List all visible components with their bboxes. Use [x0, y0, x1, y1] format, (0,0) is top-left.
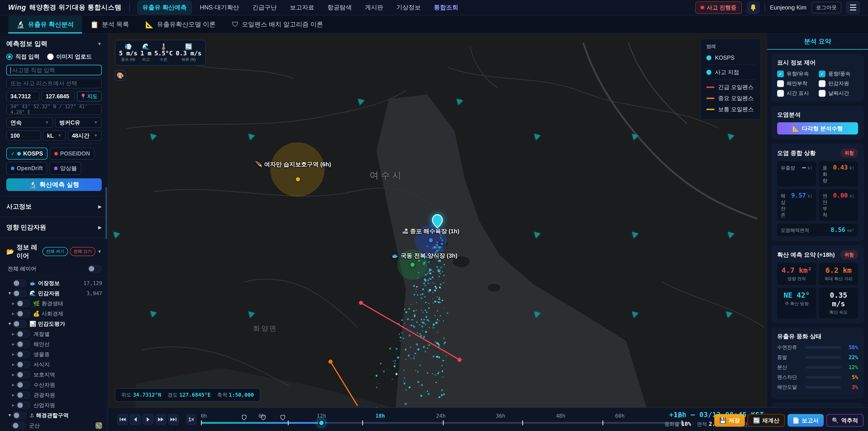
layer-toggle[interactable] [16, 300, 30, 307]
model-chip-앙상블[interactable]: 앙상블 [50, 162, 81, 175]
저장-button[interactable]: 💾저장 [714, 414, 745, 427]
all-layers-off-button[interactable]: 전체 끄기 [70, 247, 95, 256]
checkbox-checked-icon[interactable]: ✓ [777, 70, 784, 77]
section-impact-resources[interactable]: 영향 민감자원▶ [0, 217, 108, 238]
display-check-날짜시간[interactable]: 날짜시간 [819, 90, 858, 97]
incident-name-input[interactable]: 사고명 직접 입력 [6, 65, 102, 75]
layer-toggle[interactable] [12, 422, 26, 429]
all-layers-on-button[interactable]: 전체 켜기 [42, 247, 68, 256]
oil-type-select[interactable]: 벙커C유▼ [55, 117, 102, 128]
expand-caret-icon[interactable]: ▶ [10, 363, 16, 367]
duration-select[interactable]: 48시간▼ [68, 130, 102, 141]
보고서-button[interactable]: 📄보고서 [787, 414, 824, 427]
expand-caret-icon[interactable]: ▶ [10, 342, 16, 346]
역추적-button[interactable]: 🔍역추적 [827, 414, 864, 427]
sub-tab-분석 목록[interactable]: 📋분석 목록 [82, 16, 137, 33]
amount-input[interactable]: 100 [6, 130, 41, 141]
layer-toggle[interactable] [16, 351, 30, 358]
sub-tab-유출유 확산분석[interactable]: 🔬유출유 확산분석 [8, 16, 82, 33]
layer-toggle[interactable] [16, 392, 30, 399]
layer-toggle[interactable] [16, 381, 30, 389]
incident-point-marker[interactable] [432, 214, 443, 228]
expand-caret-icon[interactable]: ▶ [10, 403, 16, 407]
layer-toggle[interactable] [13, 280, 27, 287]
logout-button[interactable]: 로그아웃 [811, 2, 841, 13]
layer-toggle[interactable] [13, 320, 27, 328]
checkbox-icon[interactable] [819, 90, 826, 97]
layer-toggle[interactable] [16, 361, 30, 368]
run-prediction-button[interactable]: 🔬 확산예측 실행 [6, 178, 102, 191]
master-layer-toggle[interactable] [88, 265, 102, 272]
layer-toggle[interactable] [16, 310, 30, 317]
incident-list-select[interactable]: 또는 사고 리스트에서 선택 [6, 78, 102, 88]
layer-toggle[interactable] [16, 371, 30, 378]
timeline-label-60h[interactable]: 60h [615, 413, 625, 419]
checkbox-icon[interactable] [819, 80, 826, 87]
collapse-caret-icon[interactable]: ▼ [7, 291, 13, 296]
expand-caret-icon[interactable]: ▶ [10, 383, 16, 387]
layer-style-icon[interactable] [95, 422, 102, 429]
prediction-input-header[interactable]: 예측정보 입력 ▼ [6, 39, 102, 49]
radio-direct-input[interactable]: 직접 입력 [6, 53, 39, 60]
collapse-caret-icon[interactable]: ▼ [7, 321, 13, 326]
layer-toggle[interactable] [16, 341, 30, 348]
layer-toggle[interactable] [16, 402, 30, 409]
layer-toggle[interactable] [13, 290, 27, 297]
timeline-track[interactable]: 0h6h12h18h24h36h48h60h72h [201, 422, 682, 424]
speed-button[interactable]: 1× [186, 414, 196, 425]
nav-item-기상정보[interactable]: 기상정보 [391, 1, 426, 14]
map-canvas[interactable]: 🪶여자만 습지보호구역 (6h)🏖종포 해수욕장 (1h)🐟국동 전복 양식장 … [108, 33, 767, 407]
collapse-caret-icon[interactable]: ▼ [7, 413, 13, 418]
map-style-button[interactable]: 🎨 [115, 70, 126, 81]
timeline-label-48h[interactable]: 48h [556, 413, 565, 419]
timeline-label-24h[interactable]: 24h [436, 413, 445, 419]
radio-image-upload[interactable]: 이미지 업로드 [47, 53, 92, 60]
checkbox-icon[interactable] [777, 90, 784, 97]
display-check-풍향/풍속[interactable]: ✓풍향/풍속 [819, 70, 858, 77]
layer-toggle[interactable] [16, 331, 30, 338]
expand-caret-icon[interactable]: ▶ [10, 312, 16, 316]
재계산-button[interactable]: 🔄재계산 [747, 414, 784, 427]
polygon-analysis-button[interactable]: 📐 다각형 분석수행 [777, 122, 858, 134]
timeline-label-12h[interactable]: 12h [317, 413, 326, 419]
nav-item-게시판[interactable]: 게시판 [360, 1, 388, 14]
section-incident-info[interactable]: 사고정보▶ [0, 196, 108, 217]
skip-start-button[interactable] [117, 414, 128, 425]
sidebar-scrollbar[interactable] [106, 33, 107, 431]
notifications-button[interactable] [747, 1, 760, 14]
map-pick-button[interactable]: 지도 [77, 91, 102, 101]
expand-caret-icon[interactable]: ▶ [10, 352, 16, 357]
display-check-시간 표시[interactable]: 시간 표시 [777, 90, 816, 97]
sub-tab-유출유확산모델 이론[interactable]: 📐유출유확산모델 이론 [137, 16, 223, 33]
nav-item-항공탐색[interactable]: 항공탐색 [322, 1, 357, 14]
expand-caret-icon[interactable]: ▶ [10, 393, 16, 397]
incident-active-badge[interactable]: 사고 진행중 [695, 1, 742, 14]
model-chip-OpenDrift[interactable]: OpenDrift [6, 162, 47, 175]
unit-select[interactable]: kL▼ [43, 130, 66, 141]
nav-item-통합조회[interactable]: 통합조회 [429, 1, 463, 14]
step-back-button[interactable] [130, 414, 141, 425]
nav-item-HNS·대기확산[interactable]: HNS·대기확산 [195, 1, 244, 14]
nav-item-유출유 확산예측[interactable]: 유출유 확산예측 [137, 1, 192, 14]
layer-toggle[interactable] [13, 412, 27, 419]
menu-button[interactable] [846, 1, 860, 14]
timeline-label-18h[interactable]: 18h [375, 413, 385, 419]
checkbox-checked-icon[interactable]: ✓ [819, 70, 826, 77]
display-check-유향/유속[interactable]: ✓유향/유속 [777, 70, 816, 77]
display-check-민감자원[interactable]: 민감자원 [819, 80, 858, 87]
spill-type-select[interactable]: 연속▼ [6, 117, 53, 128]
timeline-thumb[interactable] [318, 420, 325, 426]
fast-forward-button[interactable] [155, 414, 166, 425]
timeline-label-36h[interactable]: 36h [496, 413, 505, 419]
play-button[interactable] [143, 414, 153, 425]
model-chip-POSEIDON[interactable]: POSEIDON [50, 148, 94, 160]
model-chip-KOSPS[interactable]: ✓KOSPS [6, 148, 48, 160]
longitude-input[interactable]: 127.6845 [41, 91, 74, 101]
expand-caret-icon[interactable]: ▶ [10, 302, 16, 306]
nav-item-긴급구난[interactable]: 긴급구난 [247, 1, 282, 14]
expand-caret-icon[interactable]: ▶ [10, 373, 16, 377]
timeline-label-0h[interactable]: 0h [201, 413, 207, 419]
latitude-input[interactable]: 34.7312 [6, 91, 39, 101]
vessel-specs-card[interactable]: 🚢 사고 선박 제원 ▸ [771, 403, 864, 407]
sub-tab-오일펜스 배치 알고리즘 이론[interactable]: 🛡오일펜스 배치 알고리즘 이론 [224, 16, 331, 33]
